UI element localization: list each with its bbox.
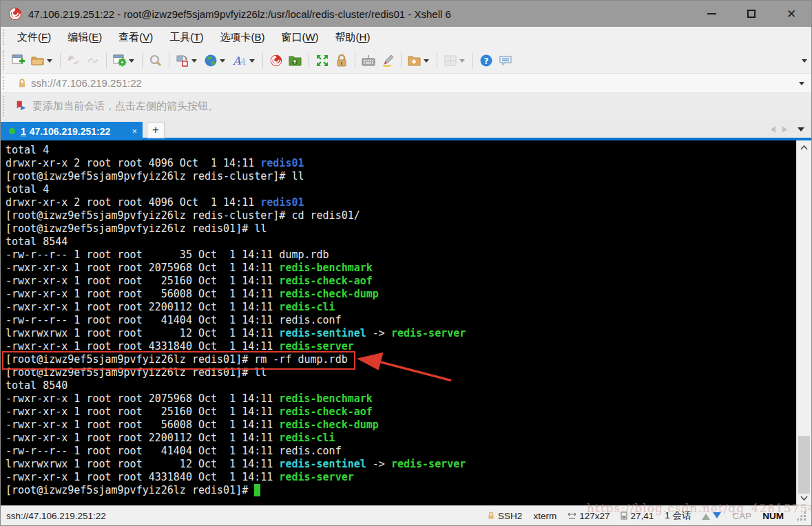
toolbar-separator [142,53,143,68]
notice-bar: 要添加当前会话，点击左侧的箭头按钮。 [1,93,811,119]
menu-item-b[interactable]: 选项卡(B) [211,28,273,47]
toolbar-overflow-icon[interactable] [802,59,807,65]
terminal-line: drwxr-xr-x 2 root root 4096 Oct 1 14:11 … [6,157,796,170]
tab-close-icon[interactable]: × [132,126,137,136]
address-dropdown-icon[interactable] [799,82,804,88]
terminal-line: -rwxr-xr-x 1 root root 4331840 Oct 1 14:… [6,471,796,484]
disconnect-icon [64,50,83,71]
menu-item-t[interactable]: 工具(T) [161,28,211,47]
menu-item-e[interactable]: 编辑(E) [59,28,110,47]
address-grip[interactable] [3,76,8,90]
bookmark-flag-icon [14,100,27,112]
terminal-cursor [254,484,260,496]
tab-scroll-right-icon[interactable] [782,126,791,133]
toolbar-separator [60,53,61,68]
web-browser-dropdown-icon[interactable] [220,59,225,65]
session-down-icon[interactable] [713,512,721,523]
toolbar-separator [472,53,473,68]
toolbar-separator [437,53,437,68]
terminal-line: -rwxr-xr-x 1 root root 56008 Oct 1 14:11… [6,419,796,432]
terminal-scrollbar[interactable] [796,140,811,505]
tab-bar: 1 47.106.219.251:22 × + [1,119,811,140]
terminal-line: total 4 [6,183,796,196]
status-sessions[interactable]: 1 会话 [665,509,691,522]
new-folder-icon[interactable] [405,50,433,71]
find-icon[interactable] [146,50,165,71]
web-browser-icon[interactable] [201,50,229,71]
lock-icon[interactable] [332,50,351,71]
close-button[interactable]: ✕ [771,1,811,27]
terminal-line: [root@izwz9ef5sjam9pvfyiz26lz redis-clus… [6,170,796,183]
close-icon: ✕ [787,8,796,20]
status-term-type[interactable]: xterm [533,511,556,521]
open-session-dropdown-icon[interactable] [47,59,52,65]
terminal-line: [root@izwz9ef5sjam9pvfyiz26lz redis01]# … [6,222,796,235]
terminal-line: -rwxr-xr-x 1 root root 25160 Oct 1 14:11… [6,275,796,288]
menu-item-f[interactable]: 文件(F) [9,28,59,47]
menu-grip[interactable] [3,30,8,45]
highlight-icon[interactable] [378,50,397,71]
terminal-line: -rwxr-xr-x 1 root root 2200112 Oct 1 14:… [6,301,796,314]
fullscreen-icon[interactable] [313,50,332,71]
svg-text:A: A [238,56,246,67]
tab-session[interactable]: 1 47.106.219.251:22 × [1,122,143,140]
font-icon[interactable]: AA [229,50,259,71]
toolbar-separator [355,53,355,68]
menu-item-h[interactable]: 帮助(H) [327,28,379,47]
tab-scroll-left-icon[interactable] [767,126,775,133]
toolbar-separator [401,53,402,68]
maximize-button[interactable] [731,1,771,27]
scrollbar-thumb[interactable] [798,436,810,494]
compose-dropdown-icon[interactable] [191,59,197,65]
address-url[interactable]: ssh://47.106.219.251:22 [31,77,797,89]
status-size-label: 127x27 [579,511,610,521]
compose-icon[interactable] [173,50,201,71]
terminal-line: lrwxrwxrwx 1 root root 12 Oct 1 14:11 re… [6,327,796,340]
new-session-icon[interactable] [9,50,28,71]
window-resize-grip[interactable] [796,511,806,520]
new-tab-button[interactable]: + [147,122,165,138]
status-url: ssh://47.106.219.251:22 [6,511,476,521]
open-session-icon[interactable] [28,50,56,71]
toolbar-separator [169,53,169,68]
window-title: 47.106.219.251:22 - root@izwz9ef5sjam9pv… [28,8,691,20]
terminal-line: [root@izwz9ef5sjam9pvfyiz26lz redis01]# … [6,353,796,366]
menu-item-v[interactable]: 查看(V) [110,28,161,47]
font-dropdown-icon[interactable] [249,59,255,65]
terminal-line: -rw-r--r-- 1 root root 35 Oct 1 14:11 du… [6,249,796,262]
xftp-icon[interactable] [286,50,305,71]
terminal-line: drwxr-xr-x 2 root root 4096 Oct 1 14:11 … [6,196,796,209]
status-protocol: SSH2 [487,511,522,521]
status-bar: ssh://47.106.219.251:22 SSH2 xterm 127x2… [1,505,811,525]
xshell-window: 47.106.219.251:22 - root@izwz9ef5sjam9pv… [0,0,812,526]
terminal-line: lrwxrwxrwx 1 root root 12 Oct 1 14:11 re… [6,458,796,471]
cursor-pos-icon [621,512,627,520]
terminal-line: -rw-r--r-- 1 root root 41404 Oct 1 14:11… [6,314,796,327]
minimize-button[interactable] [691,1,731,27]
terminal[interactable]: total 4drwxr-xr-x 2 root root 4096 Oct 1… [1,140,796,505]
help-icon[interactable]: ? [477,50,496,71]
toolbar-grip[interactable] [3,50,8,70]
terminal-line: [root@izwz9ef5sjam9pvfyiz26lz redis01]# [6,484,796,497]
tab-label: 47.106.219.251:22 [30,126,128,137]
status-size: 127x27 [568,511,610,521]
virtual-keyboard-icon[interactable] [359,50,378,71]
layout-dropdown-icon [459,59,465,65]
terminal-line: [root@izwz9ef5sjam9pvfyiz26lz redis-clus… [6,209,796,222]
notice-grip[interactable] [3,96,8,116]
reconnect-icon [83,50,103,71]
terminal-line: -rwxr-xr-x 1 root root 2075968 Oct 1 14:… [6,392,796,406]
toolbar: AA [1,48,811,74]
scroll-down-icon[interactable] [797,492,811,504]
new-folder-dropdown-icon[interactable] [424,59,429,65]
toolbar-separator [262,53,263,68]
feedback-icon[interactable] [496,50,515,71]
scroll-up-icon[interactable] [797,142,811,154]
menu-item-w[interactable]: 窗口(W) [273,28,326,47]
session-up-icon[interactable] [702,509,710,520]
tab-list-dropdown-icon[interactable] [798,127,804,135]
xshell-icon[interactable] [267,50,286,71]
session-properties-dropdown-icon[interactable] [129,59,134,65]
session-properties-icon[interactable] [110,50,138,71]
terminal-line: -rw-r--r-- 1 root root 41404 Oct 1 14:11… [6,445,796,458]
